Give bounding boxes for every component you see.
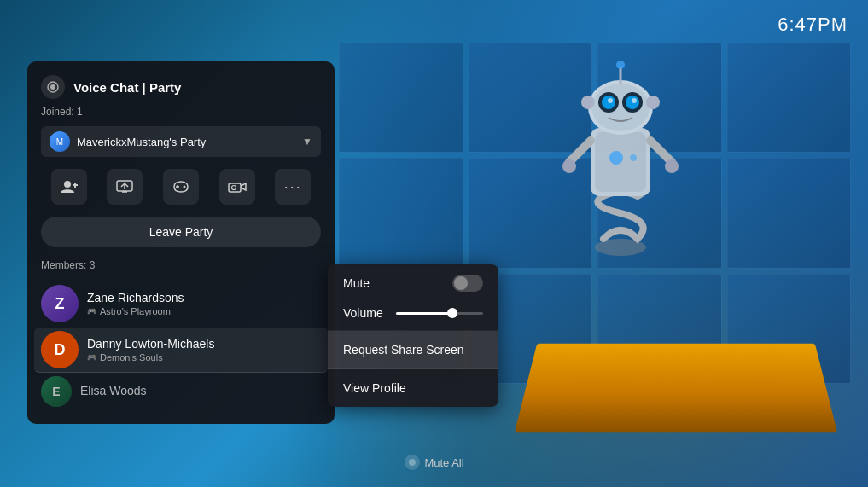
member-item-selected[interactable]: D Danny Lowton-Michaels 🎮 Demon's Souls	[34, 328, 328, 373]
view-profile-item[interactable]: View Profile	[328, 369, 498, 407]
party-selector[interactable]: M MaverickxMustang's Party ▼	[41, 126, 321, 157]
volume-row: Volume	[328, 299, 498, 331]
screen-share-button[interactable]	[107, 169, 143, 205]
svg-text:D: D	[55, 341, 66, 358]
more-options-button[interactable]: ···	[275, 169, 311, 205]
svg-rect-34	[229, 183, 241, 192]
mute-toggle[interactable]	[452, 275, 483, 292]
panel-title: Voice Chat | Party	[73, 80, 181, 95]
svg-point-17	[632, 98, 637, 103]
member-avatar-elisa: E	[41, 376, 72, 407]
party-arrow-icon: ▼	[302, 136, 312, 148]
game-icon: 🎮	[87, 307, 96, 316]
camera-button[interactable]	[219, 169, 255, 205]
member-name-elisa: Elisa Woods	[80, 384, 321, 397]
volume-slider-thumb[interactable]	[447, 308, 457, 318]
member-info-zane: Zane Richardsons 🎮 Astro's Playroom	[87, 291, 321, 316]
svg-line-6	[650, 141, 672, 162]
more-options-icon: ···	[284, 178, 302, 196]
volume-slider-fill	[396, 312, 452, 315]
voice-chat-icon	[41, 75, 65, 99]
panel-header: Voice Chat | Party	[41, 75, 321, 99]
svg-point-33	[183, 186, 185, 188]
action-icons-row: ···	[41, 169, 321, 205]
svg-point-3	[609, 151, 623, 165]
member-game-zane: 🎮 Astro's Playroom	[87, 306, 321, 316]
mute-all-label: Mute All	[424, 456, 463, 469]
volume-slider[interactable]	[396, 312, 483, 315]
svg-point-7	[562, 159, 576, 173]
svg-point-38	[408, 459, 415, 466]
members-label: Members: 3	[41, 259, 321, 271]
robot-decoration	[527, 26, 714, 281]
svg-point-35	[231, 186, 236, 190]
request-share-screen-item[interactable]: Request Share Screen	[328, 331, 498, 369]
gamepad-button[interactable]	[163, 169, 199, 205]
svg-point-8	[665, 159, 679, 173]
mute-all-icon	[404, 455, 419, 470]
member-item[interactable]: Z Zane Richardsons 🎮 Astro's Playroom	[41, 280, 321, 328]
svg-point-21	[646, 96, 660, 109]
member-info-elisa: Elisa Woods	[80, 384, 321, 399]
voice-chat-panel: Voice Chat | Party Joined: 1 M Maverickx…	[27, 61, 335, 424]
svg-line-5	[569, 141, 591, 162]
member-name-danny: Danny Lowton-Michaels	[87, 337, 321, 351]
context-menu: Mute Volume Request Share Screen View Pr…	[328, 264, 498, 407]
svg-point-20	[581, 96, 595, 109]
member-avatar-danny: D	[41, 331, 79, 368]
member-avatar-zane: Z	[41, 285, 79, 322]
party-name: MaverickxMustang's Party	[77, 136, 295, 148]
mute-label: Mute	[343, 276, 370, 290]
svg-point-24	[64, 181, 71, 188]
svg-point-19	[616, 61, 625, 69]
mute-all-bar[interactable]: Mute All	[404, 455, 463, 470]
volume-label: Volume	[343, 306, 387, 320]
joined-count: Joined: 1	[41, 106, 321, 118]
member-info-danny: Danny Lowton-Michaels 🎮 Demon's Souls	[87, 337, 321, 362]
leave-party-button[interactable]: Leave Party	[41, 217, 321, 247]
game-icon: 🎮	[87, 353, 96, 362]
svg-point-23	[50, 84, 55, 90]
bg-platform	[515, 344, 837, 433]
mute-row: Mute	[328, 264, 498, 299]
clock: 6:47PM	[778, 14, 848, 36]
add-friend-button[interactable]	[51, 169, 87, 205]
party-avatar: M	[50, 131, 70, 152]
svg-point-4	[630, 154, 637, 161]
member-item-elisa[interactable]: E Elisa Woods	[41, 373, 321, 410]
member-name-zane: Zane Richardsons	[87, 291, 321, 304]
member-game-danny: 🎮 Demon's Souls	[87, 352, 321, 362]
svg-point-16	[608, 98, 613, 103]
